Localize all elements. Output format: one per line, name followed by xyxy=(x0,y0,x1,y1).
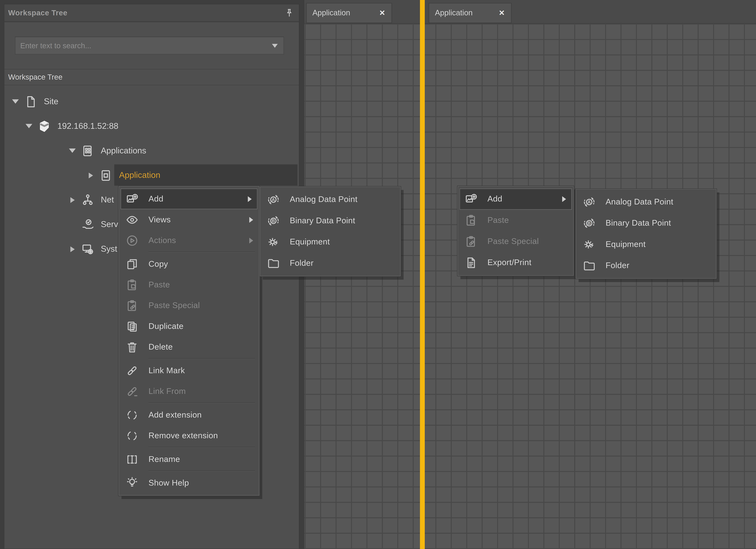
chevron-collapsed-icon[interactable] xyxy=(68,197,77,203)
canvas-grid-left[interactable] xyxy=(304,24,421,549)
add-submenu: AAnalog Data PointBBinary Data PointEqui… xyxy=(260,187,401,276)
tab-application-right[interactable]: Application ✕ xyxy=(429,3,512,23)
menu-item-link-mark[interactable]: Link Mark xyxy=(119,360,259,381)
menu-item-analog-data-point[interactable]: AAnalog Data Point xyxy=(576,191,716,213)
menu-item-copy[interactable]: Copy xyxy=(119,254,259,274)
menu-item-label: Add extension xyxy=(149,410,202,420)
pin-icon[interactable] xyxy=(285,8,294,18)
application-icon xyxy=(99,168,114,182)
search-combobox[interactable] xyxy=(15,37,284,55)
menu-item-add[interactable]: Add xyxy=(120,188,257,209)
menu-item-label: Link Mark xyxy=(149,366,185,375)
menu-item-label: Remove extension xyxy=(149,431,218,440)
chevron-collapsed-icon[interactable] xyxy=(68,246,77,252)
copy-icon xyxy=(125,257,139,271)
svg-text:A: A xyxy=(272,197,275,202)
menu-item-add[interactable]: Add xyxy=(460,188,572,210)
menu-item-label: Copy xyxy=(149,259,168,269)
menu-item-remove-extension[interactable]: Remove extension xyxy=(119,425,259,446)
menu-item-binary-data-point[interactable]: BBinary Data Point xyxy=(576,213,716,234)
tree-item-applications[interactable]: Applications xyxy=(4,138,299,163)
menu-item-delete[interactable]: Delete xyxy=(119,337,259,357)
menu-separator xyxy=(149,402,255,404)
menu-item-rename[interactable]: Rename xyxy=(119,449,259,470)
svg-text:B: B xyxy=(272,218,275,223)
menu-item-show-help[interactable]: Show Help xyxy=(119,473,259,493)
canvas-add-submenu: AAnalog Data PointBBinary Data PointEqui… xyxy=(576,189,717,279)
tree-section-title: Workspace Tree xyxy=(8,73,62,81)
canvas-context-menu: AddPastePaste SpecialExport/Print xyxy=(458,186,574,276)
expander-triangle xyxy=(70,197,75,203)
svg-text:A: A xyxy=(588,199,591,204)
menu-item-binary-data-point[interactable]: BBinary Data Point xyxy=(260,210,400,231)
panel-title: Workspace Tree xyxy=(8,8,67,17)
menu-item-label: Folder xyxy=(606,261,629,271)
dropdown-caret-icon[interactable] xyxy=(272,44,278,47)
menu-item-add-extension[interactable]: Add extension xyxy=(119,405,259,425)
equipment-icon xyxy=(582,238,596,251)
menu-item-label: Paste xyxy=(487,216,509,225)
menu-item-export-print[interactable]: Export/Print xyxy=(458,252,573,273)
link-from-icon xyxy=(125,384,139,398)
expander-triangle xyxy=(89,172,93,178)
panel-splitter[interactable] xyxy=(420,0,425,549)
menu-item-analog-data-point[interactable]: AAnalog Data Point xyxy=(260,189,400,210)
analog-point-icon: A xyxy=(582,195,596,209)
menu-item-label: Analog Data Point xyxy=(290,195,357,204)
tree-item-label: Applications xyxy=(101,146,146,156)
search-input[interactable] xyxy=(15,41,272,50)
menu-item-paste: Paste xyxy=(458,210,573,231)
views-icon xyxy=(125,213,139,226)
chevron-expanded-icon[interactable] xyxy=(25,124,33,128)
folder-icon xyxy=(267,256,280,270)
menu-item-equipment[interactable]: Equipment xyxy=(260,231,400,253)
chevron-collapsed-icon[interactable] xyxy=(86,172,95,178)
services-icon xyxy=(81,218,95,231)
close-icon[interactable]: ✕ xyxy=(499,9,505,17)
submenu-arrow-icon xyxy=(248,196,252,202)
canvas-grid-right[interactable] xyxy=(425,24,756,549)
close-icon[interactable]: ✕ xyxy=(379,9,385,17)
expander-triangle xyxy=(26,124,32,128)
delete-icon xyxy=(125,340,139,354)
tree-item-server[interactable]: 192.168.1.52:88 xyxy=(4,114,299,138)
menu-item-label: Views xyxy=(149,215,171,225)
paste-special-icon xyxy=(125,299,139,312)
menu-item-link-from: Link From xyxy=(119,381,259,402)
tree-item-site[interactable]: Site xyxy=(4,89,299,114)
tab-label: Application xyxy=(312,9,350,17)
menu-item-paste-special: Paste Special xyxy=(458,231,573,252)
analog-point-icon: A xyxy=(267,193,280,206)
menu-item-folder[interactable]: Folder xyxy=(260,253,400,274)
export-print-icon xyxy=(464,256,478,269)
menu-item-label: Paste xyxy=(149,280,170,290)
tree-context-menu: AddViewsActionsCopyPastePaste SpecialDup… xyxy=(119,186,259,496)
binary-point-icon: B xyxy=(582,217,596,230)
chevron-expanded-icon[interactable] xyxy=(68,149,77,153)
menu-item-duplicate[interactable]: Duplicate xyxy=(119,316,259,337)
expander-triangle xyxy=(12,99,19,104)
menu-item-paste-special: Paste Special xyxy=(119,295,259,316)
duplicate-icon xyxy=(125,319,139,333)
folder-icon xyxy=(582,259,596,272)
menu-item-paste: Paste xyxy=(119,274,259,295)
menu-item-label: Paste Special xyxy=(487,237,539,246)
menu-item-label: Export/Print xyxy=(487,258,531,268)
expander-triangle xyxy=(69,149,76,153)
menu-item-views[interactable]: Views xyxy=(119,209,259,230)
network-icon xyxy=(81,193,95,207)
menu-item-equipment[interactable]: Equipment xyxy=(576,234,716,255)
server-icon xyxy=(38,119,52,133)
tree-item-label: Net xyxy=(101,195,114,205)
search-area xyxy=(4,23,299,69)
menu-item-folder[interactable]: Folder xyxy=(576,255,716,276)
application-window: Workspace Tree Workspace Tree Site192.16… xyxy=(0,0,756,549)
paste-icon xyxy=(464,214,478,227)
tab-application-left[interactable]: Application ✕ xyxy=(306,3,392,23)
tree-item-label: Serv xyxy=(101,219,118,230)
binary-point-icon: B xyxy=(267,214,280,227)
menu-separator xyxy=(149,357,255,360)
chevron-expanded-icon[interactable] xyxy=(11,99,20,104)
tree-item-application[interactable]: Application xyxy=(4,163,299,188)
menu-item-label: Add xyxy=(487,194,502,204)
